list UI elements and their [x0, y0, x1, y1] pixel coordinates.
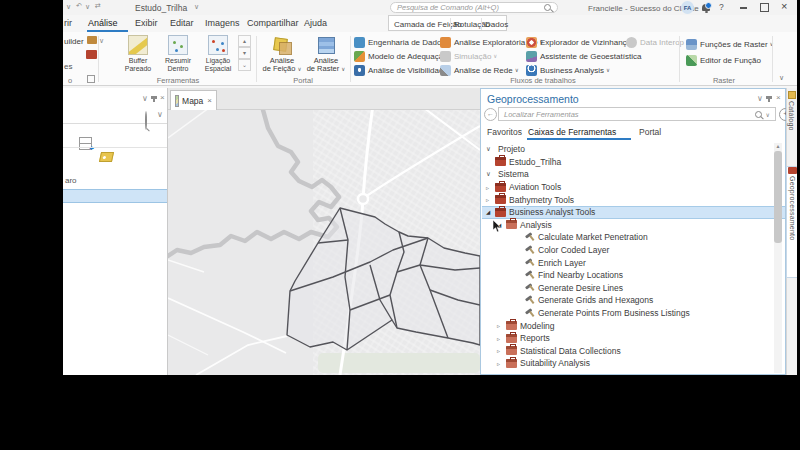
dock-tab-geoprocessamento[interactable]: Geoprocessamento: [786, 166, 797, 278]
command-search-input[interactable]: Pesquisa de Comando (Alt+Q): [390, 2, 558, 13]
pane-options-chevron-icon[interactable]: ∨: [757, 94, 763, 103]
tree-item-generate-desire-lines[interactable]: Generate Desire Lines: [482, 282, 785, 295]
customize-toolbar-icon[interactable]: ⇄: [95, 2, 101, 10]
ligacao-espacial-button[interactable]: Ligação Espacial: [200, 35, 236, 75]
add-table-icon[interactable]: [79, 137, 92, 150]
tree-item-analysis[interactable]: ◢Analysis: [482, 219, 785, 232]
tree-item-reports[interactable]: ▹Reports: [482, 332, 785, 345]
tree-item-business-analyst-tools[interactable]: ◢Business Analyst Tools: [482, 206, 785, 219]
tab-ajuda[interactable]: Ajuda: [304, 18, 327, 28]
tab-editar[interactable]: Editar: [170, 18, 194, 28]
pane-close-icon[interactable]: ×: [160, 93, 165, 102]
gallery-scroll-down[interactable]: ▾: [238, 47, 251, 59]
expander-icon[interactable]: ∨: [486, 170, 495, 178]
buffer-pareado-button[interactable]: Buffer Pareado: [120, 35, 156, 75]
modelbuilder-label-fragment[interactable]: uilder: [64, 37, 84, 46]
simulacao-icon: [440, 51, 451, 62]
tree-item-sistema[interactable]: ∨Sistema: [482, 168, 785, 181]
tree-item-statistical-data-collections[interactable]: ▹Statistical Data Collections: [482, 345, 785, 358]
tab-dados[interactable]: Dados: [485, 20, 508, 29]
expander-icon[interactable]: ▹: [497, 347, 506, 354]
undo-icon[interactable]: ↶: [76, 2, 82, 10]
tab-imagens[interactable]: Imagens: [205, 18, 240, 28]
tab-exibir[interactable]: Exibir: [135, 18, 158, 28]
selected-row[interactable]: [63, 189, 167, 203]
tree-item-generate-grids-and-hexagons[interactable]: Generate Grids and Hexagons: [482, 294, 785, 307]
undo-dropdown-icon[interactable]: ∨: [85, 3, 90, 11]
pane-options-chevron-icon[interactable]: ∨: [142, 94, 148, 103]
expander-icon[interactable]: ▹: [497, 335, 506, 342]
engenharia-de-dados-button[interactable]: Engenharia de Dados: [354, 36, 445, 48]
analise-de-rede-button[interactable]: Análise de Rede∨: [440, 64, 519, 76]
tab-caixas-de-ferramentas[interactable]: Caixas de Ferramentas: [528, 127, 616, 137]
tab-compartilhar[interactable]: Compartilhar: [247, 18, 299, 28]
back-arrow-icon[interactable]: ←: [484, 108, 497, 121]
tree-item-generate-points-from-business-listings[interactable]: Generate Points From Business Listings: [482, 307, 785, 320]
expander-icon[interactable]: ▹: [486, 196, 495, 203]
tree-item-enrich-layer[interactable]: Enrich Layer: [482, 256, 785, 269]
tree-item-projeto[interactable]: ∨Projeto: [482, 143, 785, 156]
tree-item-find-nearby-locations[interactable]: Find Nearby Locations: [482, 269, 785, 282]
chevron-down-icon[interactable]: ∨: [99, 37, 104, 45]
editor-de-funcao-button[interactable]: Editor de Função: [686, 54, 761, 66]
expander-icon[interactable]: ▹: [497, 360, 506, 367]
pane-pin-icon[interactable]: [768, 96, 770, 102]
expander-icon[interactable]: ∨: [486, 145, 495, 153]
gallery-scroll-up[interactable]: ▴: [238, 35, 251, 47]
map-view-tab[interactable]: Mapa ×: [170, 90, 217, 110]
analise-de-visibilidade-button[interactable]: Análise de Visibilidade: [354, 64, 448, 76]
notifications-bell-icon[interactable]: [702, 4, 710, 11]
simulacao-button[interactable]: Simulação∨: [440, 50, 497, 62]
resumir-dentro-button[interactable]: Resumir Dentro: [160, 35, 196, 75]
scroll-up-arrow[interactable]: ▲: [774, 143, 782, 150]
label-tag-icon[interactable]: [99, 152, 114, 162]
tab-favoritos[interactable]: Favoritos: [487, 127, 522, 137]
tab-camada-de-feicao[interactable]: Camada de Feição: [394, 20, 462, 29]
tab-inserir-fragment[interactable]: rir: [64, 18, 72, 28]
chevron-down-icon[interactable]: ∨: [766, 111, 770, 118]
tree-item-bathymetry-tools[interactable]: ▹Bathymetry Tools: [482, 193, 785, 206]
scrollbar-thumb[interactable]: [774, 151, 782, 243]
analise-de-feicao-button[interactable]: Análise de Feição ∨: [260, 35, 304, 73]
tool-icon: [525, 245, 535, 255]
explorador-de-vizinhanca-button[interactable]: Explorador de Vizinhança: [526, 36, 631, 48]
dialog-launcher-icon[interactable]: [87, 75, 95, 83]
expander-icon[interactable]: ▹: [486, 184, 495, 191]
scrollbar[interactable]: ▲: [774, 143, 782, 373]
tree-item-color-coded-layer[interactable]: Color Coded Layer: [482, 244, 785, 257]
gallery-expand[interactable]: ⌄: [238, 59, 251, 71]
ribbon-collapse-icon[interactable]: ∨: [779, 74, 784, 82]
quick-access-dropdown-icon[interactable]: ∨: [66, 3, 71, 11]
tab-portal[interactable]: Portal: [639, 127, 661, 137]
tree-item-calculate-market-penetration[interactable]: Calculate Market Penetration: [482, 231, 785, 244]
tree-item-estudo-trilha[interactable]: Estudo_Trilha: [482, 156, 785, 169]
tree-item-aviation-tools[interactable]: ▹Aviation Tools: [482, 181, 785, 194]
funcoes-de-raster-button[interactable]: Funções de Raster∨: [686, 38, 774, 50]
minimize-button[interactable]: [740, 7, 747, 9]
tree-item-suitability-analysis[interactable]: ▹Suitability Analysis: [482, 357, 785, 370]
tool-search-input[interactable]: Localizar Ferramentas ∨: [498, 107, 776, 121]
pane-search-input[interactable]: ∨: [63, 107, 167, 124]
business-analysis-button[interactable]: Business Analysis∨: [526, 64, 610, 76]
modelo-de-adequacao-button[interactable]: Modelo de Adequação: [354, 50, 448, 62]
expander-icon[interactable]: ◢: [486, 209, 495, 215]
toolbox-icon[interactable]: [86, 50, 97, 59]
analise-de-raster-button[interactable]: Análise de Raster ∨: [304, 35, 348, 73]
expander-icon[interactable]: ▹: [497, 322, 506, 329]
assistente-de-geoestatistica-button[interactable]: Assistente de Geoestatística: [526, 50, 641, 62]
avatar[interactable]: FA: [681, 1, 694, 14]
maximize-button[interactable]: [760, 3, 769, 12]
map-canvas[interactable]: [168, 110, 480, 375]
chevron-down-icon[interactable]: ∨: [157, 110, 163, 119]
project-title-dropdown-icon[interactable]: ∨: [194, 3, 199, 11]
help-button[interactable]: ?: [719, 2, 724, 12]
modelbuilder-icon[interactable]: [87, 36, 97, 44]
tree-item-modeling[interactable]: ▹Modeling: [482, 319, 785, 332]
pane-close-icon[interactable]: ×: [776, 93, 781, 102]
data-interop-button[interactable]: Data Interop∨: [626, 36, 690, 48]
pane-pin-icon[interactable]: [153, 96, 155, 102]
dock-tab-catalogo[interactable]: Catálogo: [786, 91, 797, 159]
tab-analise[interactable]: Análise: [88, 18, 118, 28]
close-button[interactable]: ×: [781, 1, 787, 12]
map-tab-close-icon[interactable]: ×: [207, 96, 212, 105]
